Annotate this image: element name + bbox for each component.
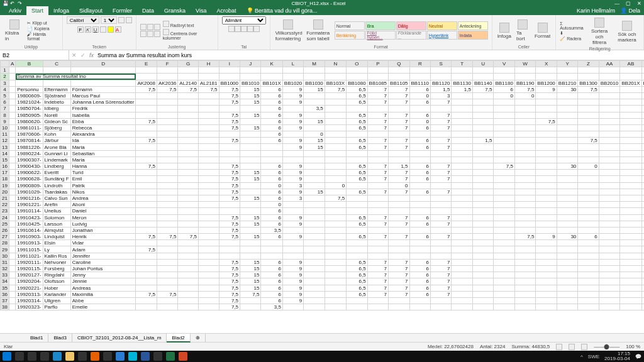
cell[interactable]: [514, 202, 535, 208]
cell[interactable]: BB2010: [599, 80, 619, 86]
cell[interactable]: 7: [367, 144, 388, 150]
cell[interactable]: [431, 208, 452, 214]
percent-icon[interactable]: [235, 26, 241, 32]
cell[interactable]: [9, 240, 15, 246]
cell[interactable]: [178, 131, 199, 138]
cell[interactable]: [409, 131, 430, 138]
cell[interactable]: [304, 124, 325, 131]
col-header[interactable]: D: [70, 61, 136, 67]
cell[interactable]: [9, 202, 15, 208]
cell[interactable]: [178, 246, 199, 253]
cell[interactable]: [620, 112, 641, 118]
cell[interactable]: [578, 272, 599, 278]
cell[interactable]: 19920115-: [16, 266, 43, 272]
cell[interactable]: [514, 170, 535, 176]
cell[interactable]: [494, 246, 514, 253]
cell[interactable]: [599, 272, 619, 278]
currency-icon[interactable]: [228, 26, 235, 32]
cell[interactable]: [536, 266, 557, 272]
name-box[interactable]: B2: [0, 50, 69, 60]
cell[interactable]: [641, 112, 644, 118]
cell[interactable]: [282, 131, 303, 138]
cell[interactable]: [325, 234, 346, 240]
cell[interactable]: 9: [282, 92, 303, 99]
cell[interactable]: Ringdahl: [43, 272, 70, 278]
fx-icon[interactable]: fx: [89, 52, 94, 58]
col-header[interactable]: A: [9, 61, 15, 67]
cell[interactable]: [599, 304, 619, 310]
cell[interactable]: [620, 227, 641, 233]
cell[interactable]: [136, 170, 157, 176]
cell[interactable]: [536, 156, 557, 163]
cell[interactable]: BB1105: [389, 80, 409, 86]
cell[interactable]: [472, 163, 493, 170]
cell[interactable]: 6,5: [347, 138, 367, 144]
cell[interactable]: [494, 221, 514, 227]
cell[interactable]: 6,5: [347, 234, 367, 240]
cell[interactable]: [325, 74, 346, 80]
cell[interactable]: [304, 92, 325, 99]
excel-icon[interactable]: [166, 352, 175, 361]
cell[interactable]: [240, 67, 261, 74]
cell[interactable]: [514, 131, 535, 138]
format-painter-button[interactable]: 🖌 Hämta format: [27, 32, 58, 41]
cell[interactable]: Turid: [70, 170, 136, 176]
cell[interactable]: [178, 118, 199, 124]
cell[interactable]: [261, 150, 282, 156]
cell[interactable]: 6: [409, 259, 430, 265]
cell[interactable]: [178, 182, 199, 189]
col-header[interactable]: M: [304, 61, 325, 67]
cell[interactable]: [136, 92, 157, 99]
cell[interactable]: [240, 156, 261, 163]
cell[interactable]: [389, 246, 409, 253]
cell[interactable]: [347, 208, 367, 214]
cell[interactable]: 7: [431, 266, 452, 272]
align-right-icon[interactable]: [154, 31, 160, 37]
cell[interactable]: [536, 189, 557, 195]
cell[interactable]: [304, 112, 325, 118]
cell[interactable]: [157, 99, 177, 106]
bold-button[interactable]: F: [77, 26, 84, 33]
cell[interactable]: [219, 131, 240, 138]
cell[interactable]: [536, 291, 557, 297]
tell-me[interactable]: 💡 Berätta vad du vill göra...: [242, 6, 323, 15]
cell[interactable]: 7: [367, 163, 388, 170]
cell[interactable]: [325, 227, 346, 233]
cell[interactable]: [261, 67, 282, 74]
cell[interactable]: [452, 195, 472, 201]
cell[interactable]: [536, 112, 557, 118]
cell[interactable]: [136, 156, 157, 163]
cell[interactable]: [641, 67, 644, 74]
cell[interactable]: [347, 182, 367, 189]
cell[interactable]: [240, 138, 261, 144]
cell[interactable]: [325, 304, 346, 310]
cell[interactable]: 19910614-: [16, 227, 43, 233]
cell[interactable]: [536, 297, 557, 304]
cell[interactable]: [472, 253, 493, 259]
cell[interactable]: [304, 266, 325, 272]
cell[interactable]: [557, 246, 577, 253]
cell[interactable]: [347, 156, 367, 163]
cell[interactable]: 3,5: [261, 227, 282, 233]
cell[interactable]: [557, 189, 577, 195]
cell[interactable]: [472, 74, 493, 80]
cell[interactable]: [620, 246, 641, 253]
cell[interactable]: [536, 227, 557, 233]
cell[interactable]: [641, 92, 644, 99]
cell[interactable]: 6: [261, 176, 282, 182]
cell[interactable]: [325, 92, 346, 99]
cell[interactable]: 19920323-: [16, 304, 43, 310]
cell[interactable]: [536, 304, 557, 310]
cell[interactable]: Hanna: [70, 163, 136, 170]
cell[interactable]: 0: [514, 92, 535, 99]
cell[interactable]: [514, 253, 535, 259]
row-header[interactable]: 26: [1, 227, 9, 233]
cell[interactable]: [325, 124, 346, 131]
cell[interactable]: [198, 221, 219, 227]
cell[interactable]: [514, 291, 535, 297]
cell[interactable]: 7: [389, 189, 409, 195]
cell[interactable]: Sjöberg: [43, 124, 70, 131]
cell[interactable]: [136, 106, 157, 112]
cell[interactable]: [347, 74, 367, 80]
cell[interactable]: 6,5: [347, 278, 367, 285]
